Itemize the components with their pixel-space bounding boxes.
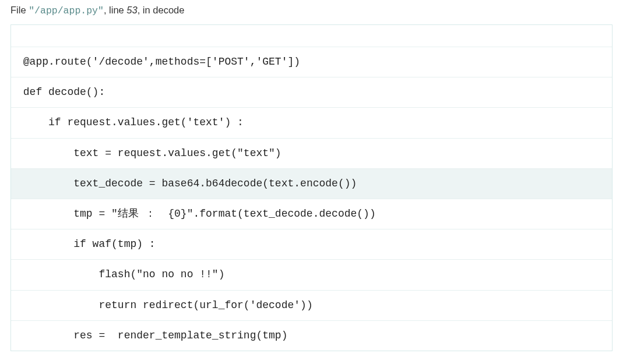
line-label: , line [104,5,126,15]
code-line[interactable]: return redirect(url_for('decode')) [11,291,612,321]
file-label: File [10,5,29,15]
in-label: , in [138,5,153,15]
code-line[interactable]: tmp = "结果 ： {0}".format(text_decode.deco… [11,199,612,229]
line-number: 53 [126,5,137,15]
code-line[interactable]: text = request.values.get("text") [11,139,612,169]
file-path: "/app/app.py" [29,5,104,16]
code-line[interactable]: @app.route('/decode',methods=['POST','GE… [11,47,612,77]
function-name: decode [153,5,184,15]
code-line[interactable]: if waf(tmp) : [11,229,612,260]
traceback-header: File "/app/app.py", line 53, in decode [10,5,613,16]
code-line[interactable]: res = render_template_string(tmp) [11,321,612,351]
code-line[interactable]: flash("no no no !!") [11,260,612,290]
code-line[interactable]: def decode(): [11,77,612,108]
code-line[interactable] [11,25,612,47]
code-block: @app.route('/decode',methods=['POST','GE… [10,24,613,351]
code-line[interactable]: text_decode = base64.b64decode(text.enco… [11,169,612,199]
code-line[interactable]: if request.values.get('text') : [11,108,612,138]
